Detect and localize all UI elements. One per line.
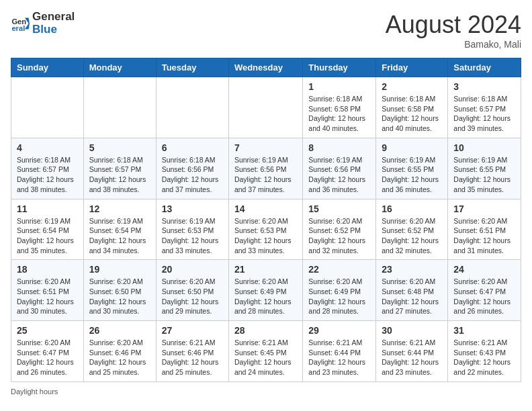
calendar-cell: 16Sunrise: 6:20 AM Sunset: 6:52 PM Dayli… (376, 199, 448, 260)
calendar-cell (228, 77, 302, 138)
calendar-cell: 26Sunrise: 6:20 AM Sunset: 6:46 PM Dayli… (83, 321, 156, 382)
calendar-cell: 12Sunrise: 6:19 AM Sunset: 6:54 PM Dayli… (83, 199, 156, 260)
day-number: 15 (308, 203, 370, 214)
calendar-cell (156, 77, 228, 138)
day-number: 25 (17, 325, 78, 336)
day-number: 4 (17, 142, 78, 153)
day-header-tuesday: Tuesday (156, 58, 228, 77)
day-number: 5 (89, 142, 150, 153)
day-header-saturday: Saturday (448, 58, 521, 77)
day-number: 9 (382, 142, 442, 153)
day-info: Sunrise: 6:19 AM Sunset: 6:56 PM Dayligh… (234, 155, 297, 195)
calendar-week-row: 4Sunrise: 6:18 AM Sunset: 6:57 PM Daylig… (11, 138, 521, 199)
calendar-cell: 31Sunrise: 6:21 AM Sunset: 6:43 PM Dayli… (448, 321, 521, 382)
day-number: 12 (89, 203, 150, 214)
day-number: 20 (162, 264, 223, 275)
calendar-cell: 1Sunrise: 6:18 AM Sunset: 6:58 PM Daylig… (303, 77, 376, 138)
calendar-cell: 28Sunrise: 6:21 AM Sunset: 6:45 PM Dayli… (228, 321, 302, 382)
day-info: Sunrise: 6:21 AM Sunset: 6:44 PM Dayligh… (308, 338, 370, 377)
day-number: 3 (453, 81, 515, 92)
calendar-cell: 23Sunrise: 6:20 AM Sunset: 6:48 PM Dayli… (376, 260, 448, 321)
header: Gen eral General Blue August 2024 Bamako… (11, 11, 521, 50)
calendar-cell: 8Sunrise: 6:19 AM Sunset: 6:56 PM Daylig… (303, 138, 376, 199)
footer-note: Daylight hours (11, 387, 521, 396)
calendar-cell: 29Sunrise: 6:21 AM Sunset: 6:44 PM Dayli… (303, 321, 376, 382)
calendar-cell: 6Sunrise: 6:18 AM Sunset: 6:56 PM Daylig… (156, 138, 228, 199)
svg-text:eral: eral (11, 24, 25, 32)
day-number: 19 (89, 264, 150, 275)
calendar-week-row: 25Sunrise: 6:20 AM Sunset: 6:47 PM Dayli… (11, 321, 521, 382)
day-number: 29 (308, 325, 370, 336)
day-number: 8 (308, 142, 370, 153)
calendar-cell: 11Sunrise: 6:19 AM Sunset: 6:54 PM Dayli… (11, 199, 84, 260)
day-header-friday: Friday (376, 58, 448, 77)
calendar-cell: 14Sunrise: 6:20 AM Sunset: 6:53 PM Dayli… (228, 199, 302, 260)
day-number: 6 (162, 142, 223, 153)
day-info: Sunrise: 6:20 AM Sunset: 6:53 PM Dayligh… (234, 216, 297, 256)
calendar-cell: 3Sunrise: 6:18 AM Sunset: 6:57 PM Daylig… (448, 77, 521, 138)
calendar-cell: 7Sunrise: 6:19 AM Sunset: 6:56 PM Daylig… (228, 138, 302, 199)
day-header-wednesday: Wednesday (228, 58, 302, 77)
location: Bamako, Mali (386, 39, 521, 50)
day-header-sunday: Sunday (11, 58, 84, 77)
day-number: 1 (308, 81, 370, 92)
calendar-cell: 15Sunrise: 6:20 AM Sunset: 6:52 PM Dayli… (303, 199, 376, 260)
day-info: Sunrise: 6:20 AM Sunset: 6:46 PM Dayligh… (89, 338, 150, 377)
calendar-cell: 27Sunrise: 6:21 AM Sunset: 6:46 PM Dayli… (156, 321, 228, 382)
logo: Gen eral General Blue (11, 11, 75, 36)
calendar-week-row: 18Sunrise: 6:20 AM Sunset: 6:51 PM Dayli… (11, 260, 521, 321)
day-info: Sunrise: 6:18 AM Sunset: 6:57 PM Dayligh… (89, 155, 150, 195)
day-info: Sunrise: 6:19 AM Sunset: 6:56 PM Dayligh… (308, 155, 370, 195)
day-info: Sunrise: 6:18 AM Sunset: 6:56 PM Dayligh… (162, 155, 223, 195)
day-info: Sunrise: 6:19 AM Sunset: 6:55 PM Dayligh… (382, 155, 442, 195)
calendar-cell: 20Sunrise: 6:20 AM Sunset: 6:50 PM Dayli… (156, 260, 228, 321)
day-number: 28 (234, 325, 297, 336)
day-info: Sunrise: 6:21 AM Sunset: 6:44 PM Dayligh… (382, 338, 442, 377)
calendar-cell: 5Sunrise: 6:18 AM Sunset: 6:57 PM Daylig… (83, 138, 156, 199)
day-info: Sunrise: 6:19 AM Sunset: 6:55 PM Dayligh… (453, 155, 515, 195)
day-info: Sunrise: 6:19 AM Sunset: 6:53 PM Dayligh… (162, 216, 223, 256)
day-number: 16 (382, 203, 442, 214)
calendar-cell: 21Sunrise: 6:20 AM Sunset: 6:49 PM Dayli… (228, 260, 302, 321)
day-info: Sunrise: 6:20 AM Sunset: 6:50 PM Dayligh… (162, 277, 223, 316)
day-header-monday: Monday (83, 58, 156, 77)
day-number: 13 (162, 203, 223, 214)
month-year: August 2024 (386, 11, 521, 39)
day-info: Sunrise: 6:20 AM Sunset: 6:51 PM Dayligh… (453, 216, 515, 256)
day-info: Sunrise: 6:18 AM Sunset: 6:58 PM Dayligh… (382, 94, 442, 134)
day-number: 11 (17, 203, 78, 214)
day-number: 24 (453, 264, 515, 275)
calendar-week-row: 11Sunrise: 6:19 AM Sunset: 6:54 PM Dayli… (11, 199, 521, 260)
logo-icon: Gen eral (11, 14, 30, 33)
day-info: Sunrise: 6:19 AM Sunset: 6:54 PM Dayligh… (17, 216, 78, 256)
day-info: Sunrise: 6:20 AM Sunset: 6:47 PM Dayligh… (17, 338, 78, 377)
day-number: 27 (162, 325, 223, 336)
calendar-cell: 24Sunrise: 6:20 AM Sunset: 6:47 PM Dayli… (448, 260, 521, 321)
day-number: 26 (89, 325, 150, 336)
day-info: Sunrise: 6:20 AM Sunset: 6:52 PM Dayligh… (382, 216, 442, 256)
day-number: 2 (382, 81, 442, 92)
calendar-cell: 2Sunrise: 6:18 AM Sunset: 6:58 PM Daylig… (376, 77, 448, 138)
day-info: Sunrise: 6:21 AM Sunset: 6:45 PM Dayligh… (234, 338, 297, 377)
title-area: August 2024 Bamako, Mali (386, 11, 521, 50)
day-number: 17 (453, 203, 515, 214)
calendar-week-row: 1Sunrise: 6:18 AM Sunset: 6:58 PM Daylig… (11, 77, 521, 138)
calendar-cell: 9Sunrise: 6:19 AM Sunset: 6:55 PM Daylig… (376, 138, 448, 199)
day-info: Sunrise: 6:20 AM Sunset: 6:49 PM Dayligh… (234, 277, 297, 316)
day-info: Sunrise: 6:20 AM Sunset: 6:49 PM Dayligh… (308, 277, 370, 316)
calendar-cell: 13Sunrise: 6:19 AM Sunset: 6:53 PM Dayli… (156, 199, 228, 260)
day-number: 23 (382, 264, 442, 275)
day-number: 21 (234, 264, 297, 275)
day-number: 7 (234, 142, 297, 153)
day-number: 22 (308, 264, 370, 275)
calendar-cell: 30Sunrise: 6:21 AM Sunset: 6:44 PM Dayli… (376, 321, 448, 382)
calendar-cell: 25Sunrise: 6:20 AM Sunset: 6:47 PM Dayli… (11, 321, 84, 382)
day-info: Sunrise: 6:20 AM Sunset: 6:50 PM Dayligh… (89, 277, 150, 316)
day-number: 18 (17, 264, 78, 275)
day-info: Sunrise: 6:18 AM Sunset: 6:57 PM Dayligh… (453, 94, 515, 134)
day-number: 10 (453, 142, 515, 153)
day-info: Sunrise: 6:20 AM Sunset: 6:51 PM Dayligh… (17, 277, 78, 316)
day-info: Sunrise: 6:20 AM Sunset: 6:48 PM Dayligh… (382, 277, 442, 316)
day-number: 31 (453, 325, 515, 336)
day-number: 30 (382, 325, 442, 336)
